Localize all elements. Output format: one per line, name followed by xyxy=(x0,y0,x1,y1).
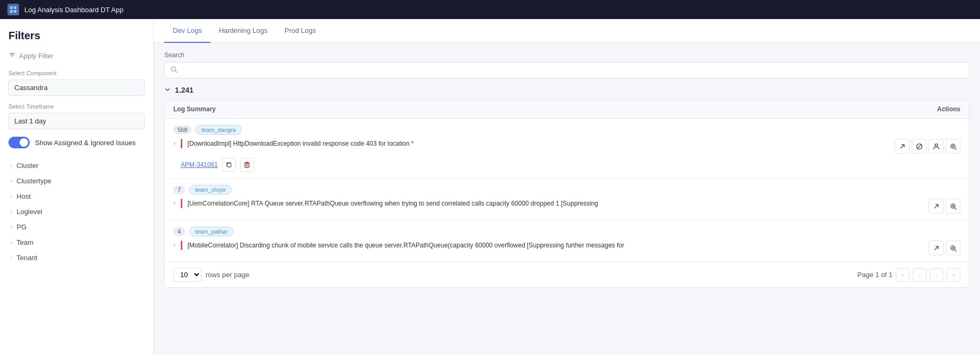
timeframe-filter-section: Select Timeframe Last 1 day xyxy=(8,103,145,129)
row1-team-badge: team_dangra xyxy=(196,125,242,135)
per-page-select[interactable]: 10 25 50 xyxy=(173,268,201,282)
row2-zoom-button[interactable] xyxy=(946,199,960,214)
search-icon xyxy=(170,66,178,75)
row2-severity-bar xyxy=(181,199,182,208)
svg-rect-17 xyxy=(227,163,231,167)
clustertype-chevron-icon: › xyxy=(11,178,12,184)
svg-rect-1 xyxy=(14,6,16,9)
cluster-chevron-icon: › xyxy=(11,163,12,168)
filter-item-team[interactable]: › Team xyxy=(8,235,145,250)
row2-count-badge: 7 xyxy=(173,185,185,194)
row3-actions xyxy=(929,241,960,255)
filter-items-list: › Cluster › Clustertype › Host › Logleve… xyxy=(8,158,145,265)
svg-rect-0 xyxy=(10,6,13,9)
svg-line-23 xyxy=(955,208,956,209)
row3-severity-bar xyxy=(181,241,182,250)
svg-rect-3 xyxy=(14,10,16,13)
host-chevron-icon: › xyxy=(11,193,12,199)
actions-header: Actions xyxy=(937,105,960,113)
row1-content: › [DownloadImpl] HttpDownloadException i… xyxy=(173,139,889,148)
row3-expand-button[interactable]: › xyxy=(173,242,175,248)
content-area: Search 1.241 xyxy=(154,43,980,296)
row1-ignore-button[interactable] xyxy=(912,139,926,154)
sidebar-title: Filters xyxy=(8,30,145,42)
timeframe-select[interactable]: Last 1 day xyxy=(8,113,145,129)
search-box xyxy=(164,62,969,78)
row2-content: › [UemCorrelationCore] RTA Queue server.… xyxy=(173,199,923,208)
pagination-right: Page 1 of 1 « ‹ › » xyxy=(858,268,961,282)
toggle-row: Show Assigned & Ignored Issues xyxy=(8,137,145,148)
row2-meta: 7 team_chrpir xyxy=(173,185,960,194)
row3-count-badge: 4 xyxy=(173,227,185,236)
svg-line-14 xyxy=(955,148,956,149)
row3-redirect-button[interactable] xyxy=(929,241,943,255)
tab-prod-logs[interactable]: Prod Logs xyxy=(276,19,324,43)
filter-item-clustertype-label: Clustertype xyxy=(16,177,51,185)
row2-log-text: [UemCorrelationCore] RTA Queue server.RT… xyxy=(188,199,923,208)
table-row: 568 team_dangra › [DownloadImpl] HttpDow… xyxy=(165,119,969,179)
app-logo xyxy=(7,4,19,15)
tab-hardening-logs[interactable]: Hardening Logs xyxy=(210,19,276,43)
row3-meta: 4 team_pathar xyxy=(173,227,960,236)
filter-item-cluster[interactable]: › Cluster xyxy=(8,158,145,173)
sidebar: Filters Apply Filter Select Component Ca… xyxy=(0,19,154,355)
filter-item-pg-label: PG xyxy=(16,223,27,231)
first-page-button[interactable]: « xyxy=(896,268,910,282)
filter-item-cluster-label: Cluster xyxy=(16,162,38,170)
svg-rect-2 xyxy=(10,10,13,13)
filter-item-host-label: Host xyxy=(16,192,31,200)
assigned-ignored-toggle[interactable] xyxy=(8,137,30,148)
table-row: 7 team_chrpir › [UemCorrelationCore] RTA… xyxy=(165,179,969,220)
row1-copy-button[interactable] xyxy=(222,158,236,172)
timeframe-label: Select Timeframe xyxy=(8,103,145,110)
row3-zoom-button[interactable] xyxy=(946,241,960,255)
row1-zoom-button[interactable] xyxy=(946,139,960,154)
filter-item-tenant[interactable]: › Tenant xyxy=(8,250,145,265)
prev-page-button[interactable]: ‹ xyxy=(913,268,926,282)
row3-log-text: [MobileCorrelator] Discarding chunk of m… xyxy=(188,241,923,250)
row3-content: › [MobileCorrelator] Discarding chunk of… xyxy=(173,241,923,250)
row1-log-text: [DownloadImpl] HttpDownloadException inv… xyxy=(188,139,889,148)
last-page-button[interactable]: » xyxy=(947,268,960,282)
pg-chevron-icon: › xyxy=(11,224,12,230)
tabs-bar: Dev Logs Hardening Logs Prod Logs xyxy=(154,19,980,43)
row1-expand-button[interactable]: › xyxy=(173,140,175,146)
row1-severity-bar xyxy=(181,139,182,148)
row1-apm-link[interactable]: APM-341061 xyxy=(181,161,218,168)
table-row: 4 team_pathar › [MobileCorrelator] Disca… xyxy=(165,220,969,262)
log-table: Log Summary Actions 568 team_dangra › [D… xyxy=(164,100,969,288)
filter-item-team-label: Team xyxy=(16,238,33,246)
row3-team-badge: team_pathar xyxy=(189,227,234,236)
filter-item-loglevel-label: Loglevel xyxy=(16,208,42,216)
filter-item-loglevel[interactable]: › Loglevel xyxy=(8,204,145,219)
tab-dev-logs[interactable]: Dev Logs xyxy=(164,19,210,43)
row2-team-badge: team_chrpir xyxy=(189,185,232,194)
collapse-button[interactable] xyxy=(164,86,171,94)
svg-line-8 xyxy=(175,71,178,73)
next-page-button[interactable]: › xyxy=(930,268,943,282)
row1-delete-button[interactable] xyxy=(240,158,254,172)
svg-point-7 xyxy=(171,67,175,71)
results-count: 1.241 xyxy=(175,86,193,94)
filter-item-host[interactable]: › Host xyxy=(8,189,145,204)
component-select[interactable]: Cassandra xyxy=(8,79,145,96)
app-header: Log Analysis Dashboard DT App xyxy=(0,0,980,19)
svg-line-21 xyxy=(934,205,938,208)
filter-item-clustertype[interactable]: › Clustertype xyxy=(8,173,145,189)
row1-assign-button[interactable] xyxy=(929,139,943,154)
svg-line-9 xyxy=(900,145,904,148)
row2-expand-button[interactable]: › xyxy=(173,200,175,206)
row1-actions xyxy=(895,139,960,154)
row2-redirect-button[interactable] xyxy=(929,199,943,214)
apply-filter-button[interactable]: Apply Filter xyxy=(8,51,54,60)
search-label: Search xyxy=(164,51,969,59)
row1-apm-row: APM-341061 xyxy=(181,158,960,172)
filter-item-pg[interactable]: › PG xyxy=(8,219,145,235)
search-input[interactable] xyxy=(181,66,964,74)
table-header: Log Summary Actions xyxy=(165,100,969,119)
svg-rect-18 xyxy=(245,163,249,167)
toggle-label: Show Assigned & Ignored Issues xyxy=(35,139,136,147)
row1-redirect-button[interactable] xyxy=(895,139,910,154)
page-info: Page 1 of 1 xyxy=(858,271,893,279)
tenant-chevron-icon: › xyxy=(11,255,12,261)
